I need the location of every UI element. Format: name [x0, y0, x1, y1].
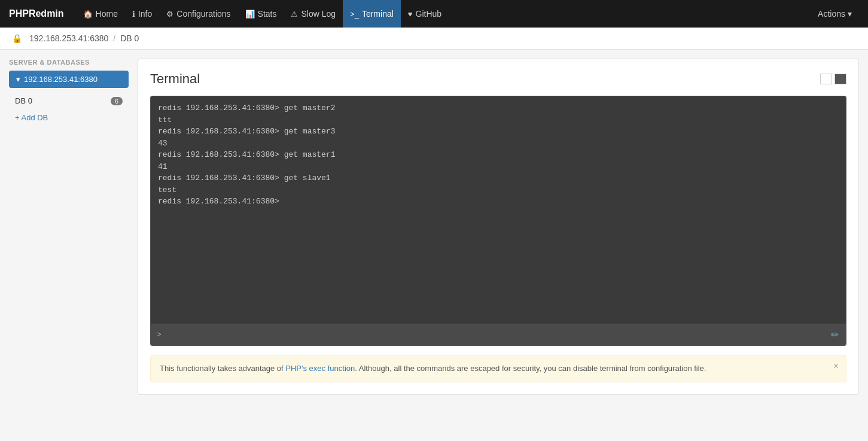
info-icon: ℹ	[132, 10, 135, 19]
page-title: Terminal	[150, 71, 200, 87]
server-select-button[interactable]: ▾ 192.168.253.41:6380	[9, 71, 129, 88]
chevron-icon: ▾	[16, 75, 20, 84]
terminal-prompt: >	[151, 326, 167, 344]
breadcrumb-db: DB 0	[120, 34, 139, 43]
github-icon: ♥	[408, 10, 413, 19]
terminal-wrapper: redis 192.168.253.41:6380> get master2 t…	[150, 96, 846, 346]
breadcrumb-separator: /	[113, 34, 115, 43]
info-alert-close-button[interactable]: ×	[833, 361, 839, 371]
sidebar-item-db0[interactable]: DB 0 6	[9, 93, 129, 109]
chevron-down-icon: ▾	[848, 9, 852, 19]
terminal-send-button[interactable]: ✏	[824, 324, 846, 345]
theme-dark-button[interactable]	[835, 74, 846, 84]
terminal-input-row: > ✏	[151, 324, 846, 345]
breadcrumb: 🔒 192.168.253.41:6380 / DB 0	[0, 28, 868, 50]
db-count-badge: 6	[111, 97, 123, 105]
nav-item-configurations[interactable]: ⚙ Configurations	[159, 0, 237, 28]
brand-logo[interactable]: PHPRedmin	[9, 8, 64, 19]
stats-icon: 📊	[245, 10, 255, 19]
nav-item-info[interactable]: ℹ Info	[125, 0, 159, 28]
terminal-nav-icon: >_	[350, 10, 359, 19]
db-label: DB 0	[15, 96, 32, 105]
home-icon: 🏠	[83, 10, 93, 19]
warning-icon: ⚠	[291, 10, 298, 19]
lock-icon: 🔒	[12, 34, 22, 43]
info-alert-text-after: . Although, all the commands are escaped…	[355, 364, 706, 373]
terminal-output[interactable]: redis 192.168.253.41:6380> get master2 t…	[151, 96, 846, 324]
info-alert: This functionally takes advantage of PHP…	[150, 355, 846, 382]
nav-item-home[interactable]: 🏠 Home	[76, 0, 125, 28]
gear-icon: ⚙	[166, 10, 173, 19]
breadcrumb-server[interactable]: 192.168.253.41:6380	[29, 34, 108, 43]
terminal-input[interactable]	[167, 326, 824, 344]
actions-dropdown[interactable]: Actions ▾	[811, 0, 859, 28]
info-alert-text-before: This functionally takes advantage of	[160, 364, 285, 373]
nav-item-stats[interactable]: 📊 Stats	[238, 0, 284, 28]
nav-item-slowlog[interactable]: ⚠ Slow Log	[284, 0, 343, 28]
theme-toggles	[820, 74, 846, 84]
theme-light-button[interactable]	[820, 74, 832, 84]
sidebar-section-label: SERVER & DATABASES	[9, 59, 129, 66]
content-area: Terminal redis 192.168.253.41:6380> get …	[138, 59, 859, 395]
send-icon: ✏	[831, 330, 839, 340]
navbar: PHPRedmin 🏠 Home ℹ Info ⚙ Configurations…	[0, 0, 868, 28]
nav-item-github[interactable]: ♥ GitHub	[401, 0, 449, 28]
add-db-link[interactable]: + Add DB	[9, 110, 129, 125]
info-alert-link[interactable]: PHP's exec function	[285, 364, 355, 373]
sidebar: SERVER & DATABASES ▾ 192.168.253.41:6380…	[9, 59, 129, 125]
nav-item-terminal[interactable]: >_ Terminal	[343, 0, 401, 28]
